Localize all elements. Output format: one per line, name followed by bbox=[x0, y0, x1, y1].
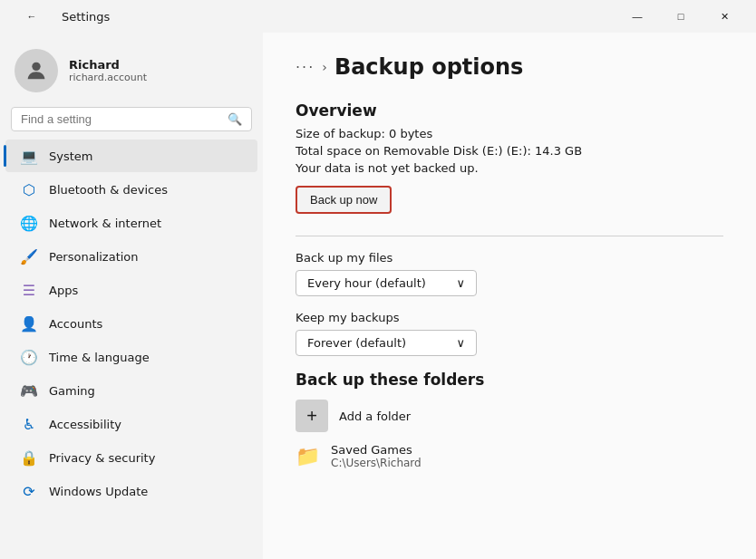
sidebar-item-label-accounts: Accounts bbox=[49, 317, 102, 331]
sidebar-item-label-time: Time & language bbox=[49, 351, 150, 364]
sidebar-item-label-accessibility: Accessibility bbox=[49, 418, 121, 431]
folders-section-title: Back up these folders bbox=[296, 371, 723, 389]
total-space: Total space on Removable Disk (E:) (E:):… bbox=[296, 144, 723, 158]
nav-list: 💻 System ⬡ Bluetooth & devices 🌐 Network… bbox=[0, 139, 263, 508]
keep-backups-dropdown[interactable]: Forever (default) ∨ bbox=[296, 330, 477, 356]
size-of-backup: Size of backup: 0 bytes bbox=[296, 127, 723, 140]
back-button[interactable]: ← bbox=[11, 2, 53, 31]
user-email: richard.account bbox=[69, 72, 147, 83]
sidebar-item-label-windowsupdate: Windows Update bbox=[49, 485, 148, 498]
add-folder-row: + Add a folder bbox=[296, 400, 723, 432]
folder-list: 📁 Saved Games C:\Users\Richard bbox=[296, 443, 723, 469]
sidebar-item-network[interactable]: 🌐 Network & internet bbox=[5, 207, 257, 239]
page-header: ··· › Backup options bbox=[296, 54, 723, 80]
sidebar-item-gaming[interactable]: 🎮 Gaming bbox=[5, 374, 257, 407]
sidebar-item-apps[interactable]: ☰ Apps bbox=[5, 274, 257, 306]
breadcrumb-arrow: › bbox=[322, 60, 327, 74]
chevron-down-icon-2: ∨ bbox=[456, 336, 465, 350]
minimize-button[interactable]: — bbox=[616, 2, 658, 31]
back-up-files-dropdown[interactable]: Every hour (default) ∨ bbox=[296, 270, 477, 296]
nav-icon-windowsupdate: ⟳ bbox=[20, 482, 38, 500]
backup-now-button[interactable]: Back up now bbox=[296, 186, 392, 214]
sidebar-item-label-network: Network & internet bbox=[49, 217, 161, 230]
nav-icon-accessibility: ♿ bbox=[20, 415, 38, 433]
title-bar-left: ← Settings bbox=[11, 2, 110, 31]
nav-icon-privacy: 🔒 bbox=[20, 448, 38, 467]
nav-icon-personalization: 🖌️ bbox=[20, 247, 38, 265]
overview-title: Overview bbox=[296, 101, 723, 120]
nav-icon-network: 🌐 bbox=[20, 214, 38, 232]
folder-name: Saved Games bbox=[331, 443, 422, 457]
nav-icon-apps: ☰ bbox=[20, 281, 38, 299]
back-up-files-label: Back up my files bbox=[296, 251, 723, 265]
sidebar-item-label-apps: Apps bbox=[49, 284, 78, 297]
sidebar-item-label-bluetooth: Bluetooth & devices bbox=[49, 183, 168, 197]
keep-backups-value: Forever (default) bbox=[307, 336, 406, 350]
search-input[interactable] bbox=[21, 112, 220, 126]
sidebar-item-label-gaming: Gaming bbox=[49, 384, 95, 398]
avatar bbox=[15, 49, 58, 92]
chevron-down-icon: ∨ bbox=[456, 276, 465, 290]
folder-path: C:\Users\Richard bbox=[331, 457, 422, 469]
sidebar-item-label-personalization: Personalization bbox=[49, 250, 139, 264]
nav-icon-bluetooth: ⬡ bbox=[20, 180, 38, 198]
keep-backups-section: Keep my backups Forever (default) ∨ bbox=[296, 311, 723, 356]
maximize-button[interactable]: □ bbox=[660, 2, 702, 31]
nav-icon-time: 🕐 bbox=[20, 348, 38, 366]
window-title: Settings bbox=[62, 10, 110, 24]
breadcrumb-dots: ··· bbox=[296, 59, 315, 76]
sidebar-item-accessibility[interactable]: ♿ Accessibility bbox=[5, 408, 257, 440]
user-info: Richard richard.account bbox=[69, 58, 147, 83]
divider-1 bbox=[296, 236, 723, 236]
nav-icon-system: 💻 bbox=[20, 147, 38, 165]
svg-point-0 bbox=[32, 63, 40, 71]
sidebar-item-system[interactable]: 💻 System bbox=[5, 140, 257, 172]
page-title: Backup options bbox=[334, 54, 524, 80]
add-folder-label: Add a folder bbox=[339, 410, 411, 423]
sidebar-item-privacy[interactable]: 🔒 Privacy & security bbox=[5, 441, 257, 474]
sidebar-item-label-system: System bbox=[49, 149, 92, 163]
sidebar-item-label-privacy: Privacy & security bbox=[49, 451, 155, 465]
sidebar: Richard richard.account 🔍 💻 System ⬡ Blu… bbox=[0, 33, 263, 559]
sidebar-item-time[interactable]: 🕐 Time & language bbox=[5, 341, 257, 373]
sidebar-item-bluetooth[interactable]: ⬡ Bluetooth & devices bbox=[5, 173, 257, 206]
user-profile[interactable]: Richard richard.account bbox=[0, 40, 263, 107]
main-content: ··· › Backup options Overview Size of ba… bbox=[263, 33, 756, 559]
folder-info: Saved Games C:\Users\Richard bbox=[331, 443, 422, 469]
title-bar: ← Settings — □ ✕ bbox=[0, 0, 756, 33]
sidebar-item-accounts[interactable]: 👤 Accounts bbox=[5, 307, 257, 340]
back-up-files-section: Back up my files Every hour (default) ∨ bbox=[296, 251, 723, 296]
app-body: Richard richard.account 🔍 💻 System ⬡ Blu… bbox=[0, 33, 756, 559]
backup-status: Your data is not yet backed up. bbox=[296, 161, 723, 175]
search-icon: 🔍 bbox=[228, 112, 242, 126]
add-folder-button[interactable]: + bbox=[296, 400, 328, 432]
back-up-files-value: Every hour (default) bbox=[307, 276, 426, 290]
sidebar-item-personalization[interactable]: 🖌️ Personalization bbox=[5, 240, 257, 273]
folder-icon: 📁 bbox=[296, 445, 320, 467]
close-button[interactable]: ✕ bbox=[703, 2, 745, 31]
window-controls: — □ ✕ bbox=[616, 2, 745, 31]
nav-icon-accounts: 👤 bbox=[20, 314, 38, 333]
list-item: 📁 Saved Games C:\Users\Richard bbox=[296, 443, 723, 469]
sidebar-item-windowsupdate[interactable]: ⟳ Windows Update bbox=[5, 475, 257, 507]
nav-icon-gaming: 🎮 bbox=[20, 381, 38, 400]
search-box[interactable]: 🔍 bbox=[11, 107, 252, 131]
keep-backups-label: Keep my backups bbox=[296, 311, 723, 324]
user-name: Richard bbox=[69, 58, 147, 72]
